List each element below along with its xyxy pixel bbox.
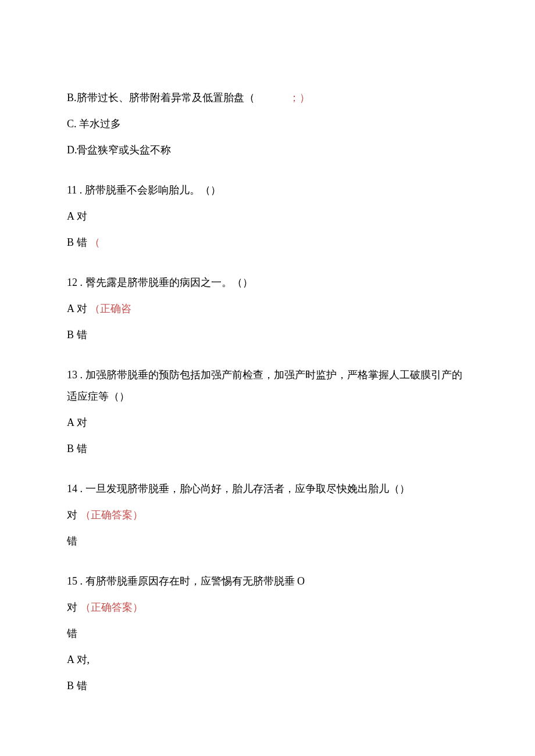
option-a: A 对 (67, 209, 468, 224)
option-b: B.脐带过长、脐带附着异常及低置胎盘（ ；） (67, 90, 468, 106)
option-b: B 错 (67, 327, 468, 343)
option-a-mark: （正确咨 (90, 303, 131, 314)
question-stem: 12 . 臀先露是脐带脱垂的病因之一。（） (67, 275, 468, 291)
option-a: A 对 （正确咨 (67, 301, 468, 317)
option-a-text: 对 (67, 601, 77, 613)
option-a-text: 对 (67, 509, 77, 521)
question-13: 13 . 加强脐带脱垂的预防包括加强产前检查，加强产时监护，严格掌握人工破膜引产… (67, 367, 468, 457)
option-a: 对 （正确答案） (67, 507, 468, 523)
question-11: 11 . 脐带脱垂不会影响胎儿。（） A 对 B 错 （ (67, 182, 468, 250)
question-10-options: B.脐带过长、脐带附着异常及低置胎盘（ ；） C. 羊水过多 D.骨盆狭窄或头盆… (67, 90, 468, 158)
option-b-mark: ；） (289, 92, 310, 103)
option-a: 对 （正确答案） (67, 600, 468, 615)
question-15: 15 . 有脐带脱垂原因存在时，应警惕有无脐带脱垂 O 对 （正确答案） 错 A… (67, 574, 468, 694)
question-12: 12 . 臀先露是脐带脱垂的病因之一。（） A 对 （正确咨 B 错 (67, 275, 468, 343)
option-a: A 对 (67, 415, 468, 431)
option-b: B 错 (67, 441, 468, 457)
option-b-text: B.脐带过长、脐带附着异常及低置胎盘（ (67, 92, 255, 103)
question-stem: 15 . 有脐带脱垂原因存在时，应警惕有无脐带脱垂 O (67, 574, 468, 589)
option-b: 错 (67, 533, 468, 549)
question-stem-line2: 适应症等（） (67, 389, 468, 404)
option-b: 错 (67, 626, 468, 642)
question-stem: 14 . 一旦发现脐带脱垂，胎心尚好，胎儿存活者，应争取尽快娩出胎儿（） (67, 481, 468, 497)
option-a-mark: （正确答案） (80, 601, 143, 613)
option-a-mark: （正确答案） (80, 509, 143, 521)
option-c: C. 羊水过多 (67, 116, 468, 132)
question-stem-line1: 13 . 加强脐带脱垂的预防包括加强产前检查，加强产时监护，严格掌握人工破膜引产… (67, 367, 468, 383)
document-page: B.脐带过长、脐带附着异常及低置胎盘（ ；） C. 羊水过多 D.骨盆狭窄或头盆… (0, 0, 535, 756)
option-d: D.骨盆狭窄或头盆不称 (67, 142, 468, 158)
extra-option-b: B 错 (67, 678, 468, 694)
option-a-text: A 对 (67, 303, 87, 314)
question-14: 14 . 一旦发现脐带脱垂，胎心尚好，胎儿存活者，应争取尽快娩出胎儿（） 对 （… (67, 481, 468, 549)
question-stem: 11 . 脐带脱垂不会影响胎儿。（） (67, 182, 468, 198)
option-b-text: B 错 (67, 237, 87, 248)
extra-option-a: A 对, (67, 652, 468, 668)
option-b-mark: （ (90, 237, 100, 248)
option-b: B 错 （ (67, 235, 468, 250)
